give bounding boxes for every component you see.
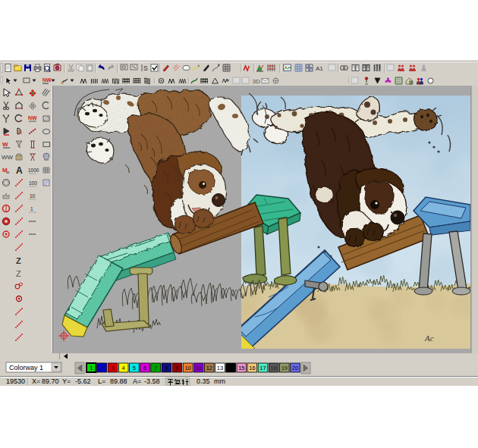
- svg-text:X=: X=: [32, 378, 40, 385]
- svg-text:NW: NW: [42, 77, 52, 83]
- svg-text:11: 11: [196, 365, 202, 371]
- svg-text:WW: WW: [2, 154, 14, 161]
- svg-text:9: 9: [175, 365, 178, 371]
- svg-text:Z: Z: [16, 256, 21, 265]
- svg-text:0.35: 0.35: [197, 378, 210, 385]
- svg-text:89.70: 89.70: [42, 378, 59, 385]
- svg-text:17: 17: [259, 365, 266, 371]
- svg-text:Z: Z: [16, 269, 21, 278]
- svg-text:1: 1: [90, 365, 93, 371]
- svg-text:19530: 19530: [6, 378, 25, 385]
- svg-text:20: 20: [292, 365, 298, 371]
- svg-text:-3.58: -3.58: [144, 378, 160, 385]
- svg-text:100: 100: [29, 180, 37, 186]
- svg-text:NW: NW: [28, 115, 37, 121]
- svg-text:1: 1: [30, 206, 33, 211]
- svg-text:A=: A=: [133, 378, 141, 385]
- svg-text:L=: L=: [98, 378, 105, 385]
- svg-text:19: 19: [281, 365, 288, 371]
- svg-text:15: 15: [238, 365, 244, 371]
- svg-text:10: 10: [30, 193, 36, 199]
- svg-text:14: 14: [228, 365, 234, 371]
- svg-text:-5.62: -5.62: [75, 378, 91, 385]
- svg-text:10: 10: [184, 365, 190, 371]
- svg-text:89.88: 89.88: [110, 378, 127, 385]
- svg-text:7: 7: [154, 365, 157, 371]
- svg-text:16: 16: [249, 365, 255, 371]
- svg-text:A1: A1: [316, 65, 323, 72]
- svg-text:8: 8: [165, 365, 168, 371]
- svg-text:mm: mm: [214, 378, 225, 385]
- svg-text:6: 6: [143, 365, 146, 371]
- svg-text:w: w: [5, 170, 10, 174]
- svg-text:18: 18: [271, 365, 277, 371]
- svg-text:S: S: [143, 64, 148, 72]
- svg-text:Y=: Y=: [62, 378, 71, 385]
- svg-text:13: 13: [217, 365, 223, 371]
- svg-text:D: D: [18, 130, 22, 135]
- svg-text:W: W: [2, 141, 8, 148]
- svg-text:Colorway 1: Colorway 1: [9, 364, 43, 371]
- svg-text:3D: 3D: [253, 78, 260, 85]
- svg-text:3: 3: [112, 365, 115, 371]
- svg-text:2: 2: [100, 365, 103, 371]
- svg-text:1000: 1000: [28, 168, 39, 173]
- svg-text:Ac: Ac: [424, 334, 434, 343]
- svg-text:5: 5: [133, 365, 136, 371]
- svg-text:4: 4: [122, 365, 125, 371]
- svg-text:A: A: [16, 165, 23, 176]
- svg-text:12: 12: [206, 365, 212, 371]
